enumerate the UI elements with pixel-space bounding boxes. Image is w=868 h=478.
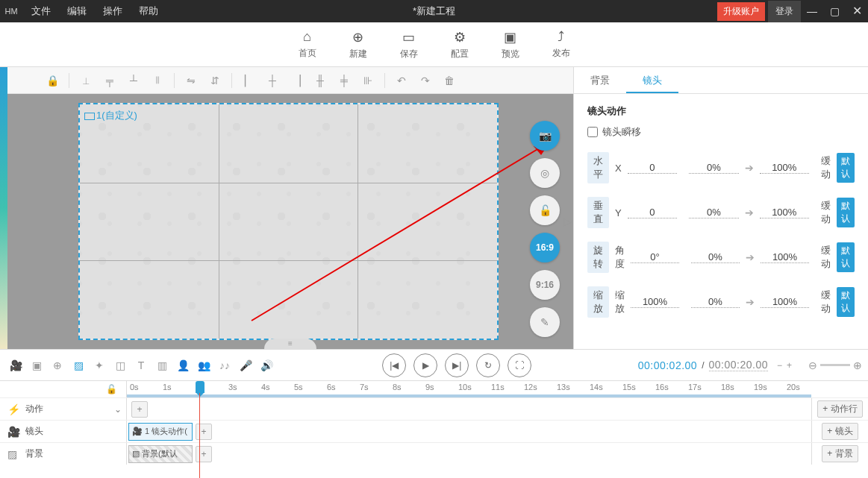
align-vcenter-icon: ╤ <box>106 75 113 87</box>
flip-h-button[interactable]: ⇋ <box>181 70 202 91</box>
menu-file[interactable]: 文件 <box>24 0 58 22</box>
aspect-16-9-button[interactable]: 16:9 <box>530 233 560 262</box>
y-to-input[interactable] <box>760 207 809 218</box>
angle-easing-button[interactable]: 默认 <box>837 242 855 272</box>
audio-eq-button[interactable]: ♪♪ <box>215 356 234 375</box>
add-bg-row-button[interactable]: + 背景 <box>822 445 858 462</box>
minimize-button[interactable]: — <box>801 0 823 22</box>
scale-value-input[interactable] <box>631 296 679 308</box>
align-top-button[interactable]: ⟂ <box>75 70 96 91</box>
mic-tool-button[interactable]: 🎤 <box>236 356 255 375</box>
menu-edit[interactable]: 编辑 <box>60 0 94 22</box>
aspect-9-16-button[interactable]: 9:16 <box>530 270 560 300</box>
camera-tool-button[interactable]: 🎥 <box>6 356 25 375</box>
canvas-frame[interactable]: 1(自定义) <box>78 103 499 340</box>
background-clip[interactable]: ▨背景(默认 <box>128 445 193 463</box>
angle-from-input[interactable] <box>691 251 740 263</box>
x-from-input[interactable] <box>689 162 738 174</box>
add-action-row-button[interactable]: + 动作行 <box>817 400 862 418</box>
align-hcenter-button[interactable]: ┼ <box>262 70 283 91</box>
edit-button[interactable]: ✎ <box>530 307 560 337</box>
zoom-slider[interactable] <box>820 364 850 366</box>
lock-button[interactable]: 🔒 <box>42 70 63 91</box>
bottom-collapse-handle[interactable]: ≡ <box>264 339 316 349</box>
distribute-h-button[interactable]: ╫ <box>310 70 331 91</box>
new-button[interactable]: ⊕新建 <box>342 29 375 60</box>
home-button[interactable]: ⌂首页 <box>291 29 324 60</box>
x-easing-button[interactable]: 默认 <box>837 153 855 183</box>
distribute-v-button[interactable]: ╪ <box>334 70 355 91</box>
action-row-label: 动作 <box>25 403 43 415</box>
flip-v-button[interactable]: ⇵ <box>204 70 225 91</box>
text-tool-button[interactable]: T <box>131 356 151 375</box>
y-easing-button[interactable]: 默认 <box>837 198 855 227</box>
time-plus-button[interactable]: + <box>787 360 792 371</box>
zoom-out-button[interactable]: ⊖ <box>808 359 817 371</box>
delete-button[interactable]: 🗑 <box>439 70 460 91</box>
layer-tool-button[interactable]: ▥ <box>152 356 172 375</box>
person-tool-button[interactable]: 👤 <box>173 356 193 375</box>
instant-move-checkbox[interactable] <box>587 127 598 137</box>
camera-add-clip-button[interactable]: + <box>196 424 212 440</box>
scale-easing-button[interactable]: 默认 <box>837 287 855 317</box>
pattern-tool-button[interactable]: ▨ <box>69 356 88 375</box>
redo-button[interactable]: ↷ <box>415 70 436 91</box>
action-add-button[interactable]: + <box>131 401 148 418</box>
fullscreen-button[interactable]: ⛶ <box>508 353 531 377</box>
angle-value-input[interactable] <box>631 251 679 263</box>
y-value-input[interactable] <box>628 207 677 218</box>
align-right-button[interactable]: ▕ <box>286 70 307 91</box>
save-button[interactable]: ▭保存 <box>393 29 425 60</box>
people-tool-button[interactable]: 👥 <box>194 356 213 375</box>
time-total[interactable]: 00:00:20.00 <box>709 359 768 371</box>
camera-clip[interactable]: 🎥1 镜头动作( <box>128 423 193 441</box>
tab-background[interactable]: 背景 <box>574 67 626 93</box>
zoom-in-button[interactable]: ⊕ <box>853 359 862 371</box>
image-tool-button[interactable]: ▣ <box>27 356 46 375</box>
tab-camera[interactable]: 镜头 <box>626 67 678 93</box>
close-button[interactable]: ✕ <box>846 0 868 22</box>
menu-operate[interactable]: 操作 <box>96 0 130 22</box>
login-button[interactable]: 登录 <box>768 1 801 22</box>
align-stretch-button[interactable]: ⫴ <box>147 70 168 91</box>
angle-to-input[interactable] <box>761 251 809 263</box>
x-value-input[interactable] <box>628 162 677 174</box>
play-button[interactable]: ▶ <box>413 353 437 377</box>
panel-collapse-handle[interactable]: ▷ <box>563 216 572 227</box>
time-current: 00:00:02.00 <box>638 359 697 371</box>
camera-add-button[interactable]: 📷 <box>530 121 560 151</box>
sparkle-tool-button[interactable]: ✦ <box>90 356 109 375</box>
align-bottom-button[interactable]: ┴ <box>123 70 144 91</box>
menu-help[interactable]: 帮助 <box>131 0 166 22</box>
align-vcenter-button[interactable]: ╤ <box>99 70 120 91</box>
unlock-button[interactable]: 🔓 <box>530 195 560 225</box>
scale-from-input[interactable] <box>691 296 740 308</box>
preview-button[interactable]: ▣预览 <box>494 29 527 60</box>
loop-button[interactable]: ↻ <box>476 353 500 377</box>
prev-frame-button[interactable]: |◀ <box>382 353 406 377</box>
add-camera-row-button[interactable]: + 镜头 <box>822 423 858 440</box>
align-left-button[interactable]: ▏ <box>238 70 259 91</box>
action-row-expand[interactable]: ⌄ <box>114 404 122 415</box>
x-to-input[interactable] <box>760 162 809 174</box>
target-button[interactable]: ◎ <box>530 158 560 188</box>
distribute-button[interactable]: ⊪ <box>357 70 378 91</box>
undo-button[interactable]: ↶ <box>391 70 412 91</box>
upgrade-button[interactable]: 升级账户 <box>717 2 765 21</box>
shapes-tool-button[interactable]: ◫ <box>110 356 130 375</box>
speaker-tool-button[interactable]: 🔊 <box>257 356 276 375</box>
publish-button[interactable]: ⤴发布 <box>545 29 578 60</box>
time-minus-button[interactable]: − <box>777 360 782 371</box>
bg-add-clip-button[interactable]: + <box>196 446 212 462</box>
next-frame-button[interactable]: ▶| <box>445 353 469 377</box>
scale-to-input[interactable] <box>761 296 809 308</box>
properties-tabs: 背景 镜头 <box>574 67 868 94</box>
config-button[interactable]: ⚙配置 <box>443 29 476 60</box>
maximize-button[interactable]: ▢ <box>823 0 846 22</box>
pencil-icon: ✎ <box>540 316 549 328</box>
add-tool-button[interactable]: ⊕ <box>48 356 67 375</box>
timeline-span-bar[interactable] <box>127 394 811 397</box>
canvas-viewport[interactable]: 1(自定义) 📷 ◎ 🔓 16:9 9:16 ✎ ▷ ≡ <box>7 94 573 349</box>
lock-icon[interactable]: 🔓 <box>106 384 117 394</box>
y-from-input[interactable] <box>689 207 738 218</box>
